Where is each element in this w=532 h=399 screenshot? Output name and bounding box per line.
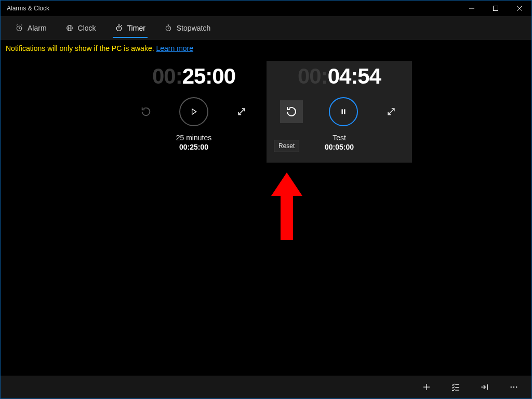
reset-tooltip: Reset [274, 140, 299, 152]
timer-1-prefix: 00: [152, 64, 182, 88]
timer-card-2[interactable]: 00:04:54 Test 00:05:00 [267, 61, 412, 163]
timer-2-expand-button[interactable] [384, 104, 398, 119]
tab-alarm-label: Alarm [28, 24, 47, 32]
pause-icon [340, 108, 347, 115]
nav-tabs: Alarm Clock Timer Stopwatch [1, 16, 531, 40]
maximize-icon [493, 6, 498, 11]
timer-icon [115, 24, 123, 32]
timer-card-1[interactable]: 00:25:00 25 minutes 00:25:00 [121, 61, 267, 163]
notification-text: Notifications will only show if the PC i… [6, 44, 156, 52]
alarm-icon [15, 24, 23, 32]
more-icon [509, 382, 518, 392]
timer-2-original: 00:05:00 [325, 143, 354, 151]
svg-point-33 [511, 387, 512, 388]
learn-more-link[interactable]: Learn more [156, 44, 193, 52]
svg-line-15 [121, 25, 122, 26]
svg-line-8 [21, 24, 22, 25]
more-button[interactable] [499, 376, 528, 398]
command-bar [1, 376, 531, 398]
expand-icon [386, 107, 396, 117]
timer-1-remaining: 00:25:00 [152, 65, 235, 88]
title-bar: Alarms & Clock [1, 1, 531, 16]
svg-rect-23 [344, 109, 345, 114]
svg-marker-25 [271, 172, 302, 240]
tab-stopwatch-label: Stopwatch [177, 24, 210, 32]
timers-area: 00:25:00 25 minutes 00:25:00 [1, 57, 531, 376]
svg-line-6 [19, 29, 20, 29]
reset-icon [140, 106, 152, 117]
window-controls [460, 1, 531, 16]
timer-2-pause-button[interactable] [329, 97, 358, 126]
timer-1-main: 25:00 [182, 64, 235, 88]
notification-bar: Notifications will only show if the PC i… [1, 40, 531, 57]
svg-marker-20 [192, 109, 196, 115]
plus-icon [422, 382, 431, 392]
timer-1-expand-button[interactable] [234, 104, 249, 119]
svg-point-34 [513, 387, 514, 388]
select-timers-button[interactable] [441, 376, 470, 398]
timer-1-original: 00:25:00 [176, 143, 211, 151]
svg-line-21 [238, 109, 245, 115]
close-button[interactable] [508, 1, 531, 16]
timer-2-remaining: 00:04:54 [298, 65, 381, 88]
annotation-arrow [271, 172, 302, 240]
timer-1-play-button[interactable] [179, 97, 208, 126]
svg-point-35 [516, 387, 517, 388]
timer-1-reset-button[interactable] [139, 104, 153, 119]
expand-icon [236, 107, 247, 117]
svg-line-24 [388, 109, 394, 115]
maximize-button[interactable] [484, 1, 508, 16]
timer-2-prefix: 00: [298, 64, 328, 88]
app-title: Alarms & Clock [7, 5, 49, 12]
timer-2-main: 04:54 [328, 64, 381, 88]
tab-alarm[interactable]: Alarm [6, 16, 56, 40]
timer-2-reset-button[interactable] [280, 100, 303, 123]
pin-icon [480, 382, 489, 392]
pin-button[interactable] [470, 376, 499, 398]
svg-line-7 [17, 24, 18, 25]
close-icon [517, 6, 522, 11]
play-icon [190, 108, 198, 116]
minimize-button[interactable] [460, 1, 484, 16]
reset-icon [285, 105, 298, 118]
svg-line-17 [168, 28, 169, 29]
svg-rect-1 [494, 6, 498, 11]
add-timer-button[interactable] [412, 376, 441, 398]
tab-timer-label: Timer [127, 24, 145, 32]
svg-rect-22 [342, 109, 343, 114]
timer-2-name: Test [325, 134, 354, 142]
tab-clock[interactable]: Clock [56, 16, 105, 40]
tab-clock-label: Clock [78, 24, 96, 32]
stopwatch-icon [164, 24, 172, 32]
app-window: Alarms & Clock Alarm Clock [0, 0, 532, 399]
checklist-icon [451, 382, 460, 392]
timer-1-name: 25 minutes [176, 134, 211, 142]
minimize-icon [469, 6, 474, 11]
tab-timer[interactable]: Timer [105, 16, 155, 40]
clock-icon [65, 24, 74, 32]
tab-stopwatch[interactable]: Stopwatch [155, 16, 220, 40]
